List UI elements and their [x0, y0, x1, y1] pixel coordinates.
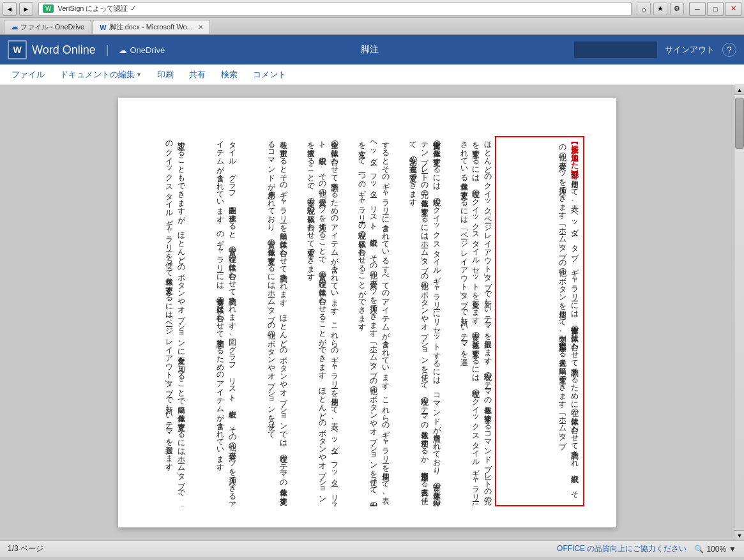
favorites-button[interactable]: ★ — [653, 3, 667, 15]
onedrive-link[interactable]: ☁ OneDrive — [119, 45, 165, 55]
maximize-button[interactable]: □ — [707, 2, 724, 16]
text-col-2: 文書全体の体裁を変更するには、現在のクイック スタイル ギャラリーにリセットする… — [393, 136, 443, 506]
scroll-area: 【新規に追加した部分】 を使用して、表、ヘッダー、タブ、ギャラリーには、文書全体… — [0, 85, 734, 540]
scroll-thumb[interactable] — [735, 98, 744, 149]
status-bar: 1/3 ページ OFFICE の品質向上にご協力ください 🔍 100% ▼ — [0, 540, 744, 557]
close-button[interactable]: ✕ — [725, 2, 741, 16]
word-logo: W Word Online | ☁ OneDrive — [8, 40, 165, 59]
menu-comment[interactable]: コメント — [252, 66, 287, 83]
settings-browser-button[interactable]: ⚙ — [670, 3, 684, 15]
word-header-divider: | — [106, 43, 109, 57]
tab-word-label: 脚注.docx - Microsoft Wo... — [109, 22, 193, 32]
zoom-dropdown-icon[interactable]: ▼ — [729, 545, 736, 554]
menu-edit[interactable]: ドキュメントの編集 ▼ — [59, 66, 143, 83]
edit-dropdown-arrow: ▼ — [136, 72, 142, 78]
vertical-scrollbar[interactable]: ▲ ▼ — [734, 85, 744, 540]
forward-button[interactable]: ► — [19, 2, 33, 16]
menu-share[interactable]: 共有 — [188, 66, 207, 83]
page-info: 1/3 ページ — [8, 543, 43, 554]
scroll-up-arrow[interactable]: ▲ — [734, 85, 744, 95]
doc-title: 脚注 — [165, 44, 574, 56]
text-col-4: 全体の体裁に合わせて調整するためのアイテムが含まれています。これらのギャラリーを… — [291, 136, 340, 506]
text-col-3: するとそのギャラリーに含まれているすべてのアイテムが含まれています。これらのギャ… — [342, 136, 391, 506]
menu-search[interactable]: 検索 — [220, 66, 239, 83]
zoom-level: 100% — [706, 545, 726, 554]
onedrive-cloud-icon: ☁ — [119, 45, 127, 55]
zoom-area[interactable]: 🔍 100% ▼ — [694, 545, 736, 554]
address-bar[interactable]: W VeriSign によって認証 ✓ — [38, 2, 632, 16]
tab-word-active[interactable]: W 脚注.docx - Microsoft Wo... ✕ — [93, 20, 210, 34]
menu-print[interactable]: 印刷 — [156, 66, 175, 83]
back-button[interactable]: ◄ — [3, 2, 17, 16]
tab-onedrive[interactable]: ☁ ファイル - OneDrive — [4, 20, 91, 34]
word-header: W Word Online | ☁ OneDrive 脚注 サインアウト ? — [0, 35, 744, 64]
text-col-7: 設定することもできますが、ほとんどのボタンやオプションに変更を加えることで簡単に… — [150, 136, 187, 506]
header-right: サインアウト ? — [574, 42, 736, 58]
highlighted-section: 【新規に追加した部分】 を使用して、表、ヘッダー、タブ、ギャラリーには、文書全体… — [495, 136, 584, 506]
status-right: OFFICE の品質向上にご協力ください 🔍 100% ▼ — [557, 543, 736, 554]
zoom-icon: 🔍 — [694, 545, 704, 554]
text-col-5: 載を選択するとそのギャラリーを簡単に体裁に合わせて調整されます。ほとんどのボタン… — [239, 136, 289, 506]
scroll-down-arrow[interactable]: ▼ — [734, 530, 744, 540]
minimize-button[interactable]: ─ — [689, 2, 706, 16]
word-tab-icon: W — [100, 24, 106, 31]
highlighted-heading: 【新規に追加した部分】 — [571, 140, 579, 165]
doc-content: 【新規に追加した部分】 を使用して、表、ヘッダー、タブ、ギャラリーには、文書全体… — [150, 136, 584, 506]
word-icon-small: W — [43, 4, 54, 13]
address-text: VeriSign によって認証 ✓ — [57, 4, 135, 13]
tab-onedrive-label: ファイル - OneDrive — [20, 22, 84, 32]
page-document: 【新規に追加した部分】 を使用して、表、ヘッダー、タブ、ギャラリーには、文書全体… — [118, 98, 616, 527]
quality-text[interactable]: OFFICE の品質向上にご協力ください — [557, 543, 687, 554]
tab-close-icon[interactable]: ✕ — [198, 24, 203, 31]
onedrive-tab-icon: ☁ — [11, 23, 18, 31]
user-account-box — [574, 42, 657, 58]
help-button[interactable]: ? — [722, 43, 736, 57]
document-area: 【新規に追加した部分】 を使用して、表、ヘッダー、タブ、ギャラリーには、文書全体… — [0, 85, 744, 540]
text-col-6: タイル、グラフ、図表を作成すると、文書の現在の体裁に合わせて調整されます。図、グ… — [188, 136, 238, 506]
highlighted-body: を使用して、表、ヘッダー、タブ、ギャラリーには、文書全体の体裁に合わせて調整する… — [559, 140, 578, 494]
word-logo-icon: W — [8, 40, 27, 59]
signout-link[interactable]: サインアウト — [665, 44, 715, 56]
menu-bar: ファイル ドキュメントの編集 ▼ 印刷 共有 検索 コメント — [0, 64, 744, 85]
home-browser-button[interactable]: ⌂ — [637, 3, 651, 15]
word-app-title: Word Online — [32, 43, 96, 57]
text-col-1: ほとんどのクイック「ページレイアウト」タブで新しいテーマを選択します。現在のテー… — [444, 136, 494, 506]
menu-file[interactable]: ファイル — [10, 66, 46, 83]
